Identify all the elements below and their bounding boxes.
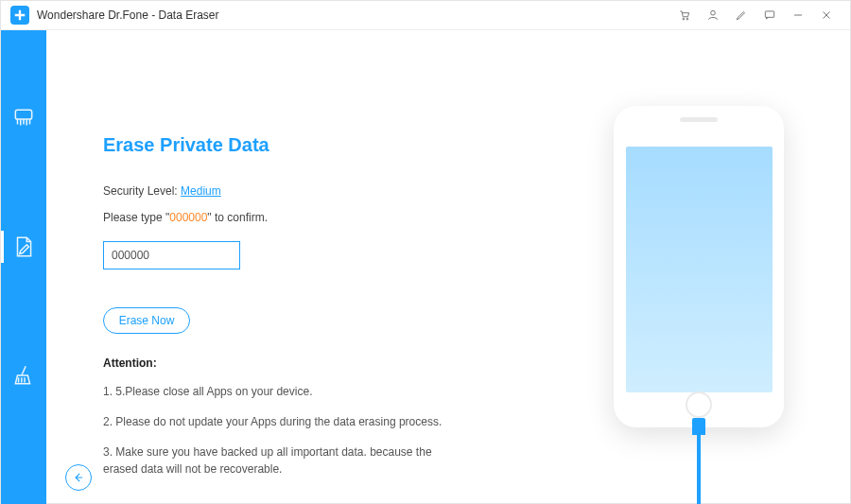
account-button[interactable]: [699, 1, 727, 29]
phone-screen: [626, 147, 773, 392]
phone-mockup: [614, 106, 784, 427]
attention-item: 2. Please do not update your Apps during…: [103, 413, 462, 430]
attention-item: 3. Make sure you have backed up all impo…: [103, 443, 462, 478]
shredder-icon: [11, 106, 36, 130]
svg-point-1: [686, 18, 688, 20]
main-panel: Erase Private Data Security Level: Mediu…: [46, 30, 547, 504]
content-area: Erase Private Data Security Level: Mediu…: [1, 30, 850, 504]
attention-item: 1. 5.Please close all Apps on your devic…: [103, 383, 462, 400]
confirm-code-input[interactable]: [103, 241, 240, 269]
confirm-instruction: Please type "000000" to confirm.: [103, 211, 510, 224]
device-illustration: [547, 30, 850, 504]
app-title: Wondershare Dr.Fone - Data Eraser: [37, 9, 219, 22]
security-level-line: Security Level: Medium: [103, 184, 510, 198]
security-level-link[interactable]: Medium: [181, 184, 221, 198]
sidebar-item-shredder[interactable]: [1, 106, 46, 130]
back-button[interactable]: [65, 464, 92, 491]
phone-home-button: [686, 391, 712, 418]
cart-icon: [678, 9, 691, 22]
close-icon: [820, 9, 833, 22]
user-icon: [706, 9, 720, 22]
cart-button[interactable]: [670, 1, 699, 29]
attention-section: Attention: 1. 5.Please close all Apps on…: [103, 356, 510, 491]
security-level-label: Security Level:: [103, 184, 181, 198]
arrow-left-icon: [72, 471, 85, 484]
sidebar: [1, 30, 46, 504]
app-logo: [10, 6, 29, 25]
edit-button[interactable]: [727, 1, 755, 29]
close-button[interactable]: [812, 1, 841, 29]
svg-rect-3: [765, 11, 773, 17]
minimize-button[interactable]: [784, 1, 812, 29]
attention-title: Attention:: [103, 356, 510, 370]
svg-point-0: [683, 18, 685, 20]
sidebar-item-cleanup[interactable]: [1, 363, 46, 388]
feedback-button[interactable]: [755, 1, 784, 29]
svg-point-2: [711, 10, 716, 15]
pencil-icon: [735, 9, 748, 22]
app-window: Wondershare Dr.Fone - Data Eraser: [0, 0, 851, 504]
titlebar: Wondershare Dr.Fone - Data Eraser: [1, 1, 850, 30]
svg-rect-4: [15, 110, 31, 119]
page-title: Erase Private Data: [103, 134, 510, 156]
erase-now-button[interactable]: Erase Now: [103, 307, 190, 334]
sidebar-item-erase-data[interactable]: [1, 235, 46, 259]
minimize-icon: [791, 9, 805, 22]
broom-icon: [11, 363, 36, 388]
plus-icon: [13, 9, 26, 22]
usb-cable: [695, 418, 703, 504]
document-edit-icon: [11, 235, 36, 259]
chat-icon: [763, 9, 776, 22]
confirm-code: 000000: [169, 211, 207, 224]
